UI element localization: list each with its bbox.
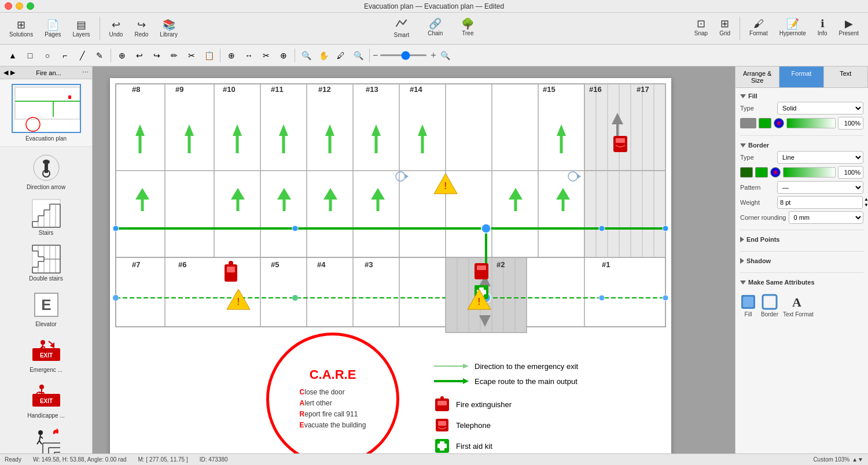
weight-stepper[interactable]: ▲ ▼ xyxy=(864,197,868,208)
make-same-fill[interactable]: Fill xyxy=(740,294,756,318)
panel-back-icon[interactable]: ◀ xyxy=(3,69,8,76)
snap-tool[interactable]: ⊡ Snap xyxy=(690,17,712,40)
make-same-header[interactable]: Make Same Attributes xyxy=(740,279,863,286)
rect-tool[interactable]: □ xyxy=(22,47,38,64)
zoom-chevron-icon: ▲▼ xyxy=(852,456,863,463)
thumbnail-area[interactable]: Evacuation plan xyxy=(0,79,92,147)
border-weight-input[interactable] xyxy=(777,196,863,209)
window-controls[interactable] xyxy=(5,2,34,10)
fill-type-select[interactable]: Solid Gradient None xyxy=(777,102,863,115)
toolbar-redo[interactable]: ↪ Redo xyxy=(130,18,153,39)
fill-color-picker[interactable] xyxy=(774,118,784,128)
minimize-button[interactable] xyxy=(16,2,23,10)
border-section-header[interactable]: Border xyxy=(740,142,863,149)
svg-line-68 xyxy=(39,435,41,441)
search-tool[interactable]: 🔍 xyxy=(298,47,314,64)
toolbar-solutions[interactable]: ⊞ Solutions xyxy=(5,18,38,39)
maximize-button[interactable] xyxy=(27,2,34,10)
toolbar-undo[interactable]: ↩ Undo xyxy=(105,18,128,39)
shape-handicapped-exit[interactable]: EXIT Handicappe ... xyxy=(2,378,90,422)
zoom-slider[interactable] xyxy=(380,54,426,56)
canvas-container[interactable]: ! ! ! #8 #9 xyxy=(93,67,735,453)
connect-tool[interactable]: ⊕ xyxy=(114,47,130,64)
border-type-label: Type xyxy=(740,154,775,161)
page-thumbnail[interactable] xyxy=(12,84,81,133)
corner-tool[interactable]: ⌐ xyxy=(57,47,73,64)
panel-forward-icon[interactable]: ▶ xyxy=(10,69,15,76)
fill-color-green[interactable] xyxy=(759,118,771,128)
fill-opacity-input[interactable] xyxy=(838,117,863,130)
pen-tool[interactable]: ✎ xyxy=(91,47,108,64)
end-points-header[interactable]: End Points xyxy=(740,236,863,243)
tab-text[interactable]: Text xyxy=(824,67,868,87)
present-tool[interactable]: ▶ Present xyxy=(834,17,863,40)
pen2-tool[interactable]: 🖊 xyxy=(333,47,349,64)
shape-elevator[interactable]: E Elevator xyxy=(2,286,90,331)
svg-text:!: ! xyxy=(444,181,447,191)
panel-nav[interactable]: ◀ ▶ xyxy=(3,69,15,76)
toolbar-library[interactable]: 📚 Library xyxy=(155,18,182,39)
border-color-picker[interactable] xyxy=(770,167,781,178)
border-type-select[interactable]: Line Dashed None xyxy=(777,151,863,164)
zoom-plus[interactable]: ＋ xyxy=(429,49,438,61)
format-tool[interactable]: 🖌 Format xyxy=(745,17,773,40)
shape-direction-arrow[interactable]: Direction arrow xyxy=(2,149,90,194)
border-pattern-select[interactable]: — - - - ··· xyxy=(777,181,863,194)
zoom-controls[interactable]: − ＋ 🔍 xyxy=(373,49,450,61)
zoom-tool[interactable]: 🔍 xyxy=(350,47,366,64)
undo-icon: ↩ xyxy=(112,20,120,30)
border-opacity-input[interactable] xyxy=(838,166,863,179)
tree-tool[interactable]: 🌳 Tree xyxy=(457,17,479,40)
toolbar-pages[interactable]: 📄 Pages xyxy=(40,18,65,39)
info-tool[interactable]: ℹ Info xyxy=(813,17,832,40)
snap-label: Snap xyxy=(694,30,708,36)
solutions-label: Solutions xyxy=(9,31,33,38)
grid-tool[interactable]: ⊞ Grid xyxy=(715,17,735,40)
edit-tool[interactable]: ✏ xyxy=(166,47,182,64)
status-dimensions: W: 149.58, H: 53.88, Angle: 0.00 rad xyxy=(33,456,127,463)
redo-tool[interactable]: ↪ xyxy=(149,47,165,64)
separator2 xyxy=(740,17,740,40)
fill-section-header[interactable]: Fill xyxy=(740,93,863,99)
border-color-dark[interactable] xyxy=(740,167,753,178)
fill-type-label: Type xyxy=(740,105,775,112)
shadow-header[interactable]: Shadow xyxy=(740,257,863,264)
shape-stairs[interactable]: Stairs xyxy=(2,195,90,239)
select-tool[interactable]: ▲ xyxy=(5,47,21,64)
oval-tool[interactable]: ○ xyxy=(39,47,56,64)
room-9: #9 xyxy=(175,85,183,94)
shape-double-stairs[interactable]: Double stairs xyxy=(2,241,90,285)
cut-tool[interactable]: ✂ xyxy=(183,47,200,64)
shape-emergency-exit[interactable]: EXIT Emergenc .. xyxy=(2,332,90,377)
make-same-text-format[interactable]: A Text Format xyxy=(783,294,814,318)
copy-tool[interactable]: 📋 xyxy=(201,47,217,64)
make-same-collapse-icon xyxy=(740,281,746,285)
panel-menu-icon[interactable]: ⋯ xyxy=(82,69,89,76)
close-button[interactable] xyxy=(5,2,12,10)
make-same-border[interactable]: Border xyxy=(761,294,778,318)
weight-up[interactable]: ▲ xyxy=(864,197,868,202)
shape-use-stairs[interactable]: Use stairs ... xyxy=(2,423,90,453)
scissors-tool[interactable]: ✂ xyxy=(258,47,274,64)
line-tool[interactable]: ╱ xyxy=(74,47,90,64)
tab-format[interactable]: Format xyxy=(779,67,823,87)
corner-select[interactable]: 0 mm 2 mm 5 mm xyxy=(789,211,864,224)
weight-down[interactable]: ▼ xyxy=(864,202,868,208)
flip-tool[interactable]: ↔ xyxy=(241,47,257,64)
border-color-green[interactable] xyxy=(755,167,768,178)
svg-point-203 xyxy=(113,295,119,301)
undo-tool[interactable]: ↩ xyxy=(131,47,148,64)
zoom-minus[interactable]: − xyxy=(373,50,378,61)
toolbar-layers[interactable]: ▤ Layers xyxy=(68,18,95,39)
tab-arrange-size[interactable]: Arrange & Size xyxy=(735,67,779,87)
arrange-tool[interactable]: ⊕ xyxy=(223,47,240,64)
zoom-status[interactable]: Custom 103% ▲▼ xyxy=(813,456,863,463)
plus-tool[interactable]: ⊕ xyxy=(275,47,292,64)
fill-color-swatch[interactable] xyxy=(740,118,756,128)
chain-tool[interactable]: 🔗 Chain xyxy=(423,17,447,40)
hypernote-tool[interactable]: 📝 Hypernote xyxy=(775,17,811,40)
canvas[interactable]: ! ! ! #8 #9 xyxy=(110,78,671,453)
hand-tool[interactable]: ✋ xyxy=(315,47,332,64)
fill-type-row: Type Solid Gradient None xyxy=(740,102,863,115)
smart-tool[interactable]: Smart xyxy=(389,17,414,40)
